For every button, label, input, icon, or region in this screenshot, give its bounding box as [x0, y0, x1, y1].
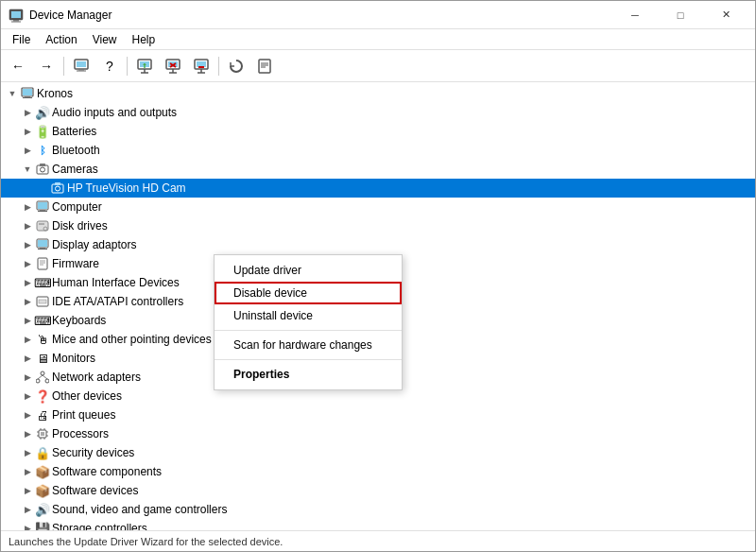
list-item[interactable]: ▶ 🔊 Audio inputs and outputs [1, 103, 755, 122]
expand-disk[interactable]: ▶ [20, 218, 35, 233]
expand-other[interactable]: ▶ [20, 388, 35, 404]
expand-sound[interactable]: ▶ [20, 502, 35, 517]
storage-icon: 💾 [35, 521, 50, 530]
svg-point-29 [56, 186, 60, 191]
svg-rect-27 [40, 164, 45, 166]
root-label: Kronos [37, 87, 73, 100]
toolbar-properties[interactable] [251, 54, 278, 78]
expand-security[interactable]: ▶ [20, 445, 35, 460]
tree-root[interactable]: ▼ Kronos [1, 84, 755, 103]
status-text: Launches the Update Driver Wizard for th… [9, 536, 283, 547]
list-item[interactable]: ▶ 🔒 Security devices [1, 443, 755, 462]
svg-rect-25 [37, 165, 48, 174]
list-item[interactable]: ▶ 📦 Software components [1, 462, 755, 481]
svg-rect-24 [23, 97, 32, 98]
toolbar-sep-2 [127, 57, 128, 76]
expand-mice[interactable]: ▶ [20, 332, 35, 347]
toolbar-update-driver[interactable] [131, 54, 158, 78]
expand-monitors[interactable]: ▶ [20, 351, 35, 366]
toolbar-sep-1 [63, 57, 64, 76]
list-item[interactable]: ▶ Display adaptors [1, 235, 755, 254]
expand-root[interactable]: ▼ [5, 86, 20, 101]
storage-label: Storage controllers [52, 522, 147, 530]
context-scan-changes[interactable]: Scan for hardware changes [215, 334, 402, 356]
print-label: Print queues [52, 408, 115, 422]
expand-proc[interactable]: ▶ [20, 426, 35, 441]
expand-hpcam [35, 181, 50, 196]
toolbar-uninstall[interactable] [188, 54, 215, 78]
maximize-button[interactable]: □ [659, 1, 702, 29]
swcomp-icon: 📦 [35, 464, 50, 479]
expand-display[interactable]: ▶ [20, 237, 35, 252]
svg-rect-30 [55, 182, 60, 185]
toolbar-scan[interactable] [223, 54, 249, 78]
toolbar-computer[interactable] [68, 54, 94, 78]
sound-icon: 🔊 [35, 502, 50, 517]
expand-batteries[interactable]: ▶ [20, 124, 35, 139]
list-item[interactable]: ▶ Computer [1, 198, 755, 216]
print-icon: 🖨 [35, 407, 50, 423]
expand-swdev[interactable]: ▶ [20, 483, 35, 498]
svg-rect-41 [38, 249, 47, 250]
ide-icon [35, 294, 50, 309]
list-item[interactable]: ▶ 🖨 Print queues [1, 405, 755, 424]
svg-point-50 [45, 379, 49, 383]
list-item[interactable]: HP TrueVision HD Cam [1, 179, 755, 198]
svg-rect-28 [52, 184, 63, 193]
disk-label: Disk drives [52, 219, 108, 233]
title-bar: Device Manager ─ □ ✕ [1, 1, 755, 29]
list-item[interactable]: ▶ 💾 Storage controllers [1, 519, 755, 530]
menu-file[interactable]: File [5, 31, 38, 48]
toolbar-sep-3 [218, 57, 219, 76]
menu-action[interactable]: Action [38, 31, 84, 48]
expand-audio[interactable]: ▶ [20, 105, 35, 120]
expand-bluetooth[interactable]: ▶ [20, 143, 35, 158]
list-item[interactable]: ▶ Processors [1, 424, 755, 443]
mice-icon: 🖱 [35, 332, 50, 347]
monitors-icon: 🖥 [35, 351, 50, 366]
expand-firmware[interactable]: ▶ [20, 256, 35, 271]
toolbar-help[interactable]: ? [96, 54, 123, 78]
firmware-icon [35, 256, 50, 271]
ide-label: IDE ATA/ATAPI controllers [52, 295, 183, 308]
toolbar-back[interactable]: ← [5, 54, 31, 78]
root-icon [20, 86, 35, 101]
svg-point-48 [41, 371, 44, 375]
disk-icon [35, 218, 50, 233]
menu-help[interactable]: Help [125, 31, 163, 48]
expand-computer[interactable]: ▶ [20, 199, 35, 215]
list-item[interactable]: ▶ ᛒ Bluetooth [1, 141, 755, 160]
list-item[interactable]: ▶ 📦 Software devices [1, 481, 755, 500]
context-uninstall-device[interactable]: Uninstall device [215, 304, 402, 327]
close-button[interactable]: ✕ [704, 1, 747, 29]
toolbar-disable[interactable] [160, 54, 186, 78]
cameras-icon [35, 162, 50, 177]
expand-network[interactable]: ▶ [20, 370, 35, 385]
svg-rect-23 [25, 96, 30, 97]
sound-label: Sound, video and game controllers [52, 503, 227, 516]
expand-storage[interactable]: ▶ [20, 521, 35, 530]
svg-line-51 [38, 375, 43, 379]
expand-ide[interactable]: ▶ [20, 294, 35, 309]
menu-view[interactable]: View [85, 31, 125, 48]
context-update-driver[interactable]: Update driver [215, 259, 402, 282]
expand-swcomp[interactable]: ▶ [20, 464, 35, 479]
list-item[interactable]: ▶ 🔋 Batteries [1, 122, 755, 141]
expand-print[interactable]: ▶ [20, 407, 35, 423]
network-label: Network adapters [52, 371, 141, 384]
toolbar-forward[interactable]: → [33, 54, 60, 78]
list-item[interactable]: ▶ Disk drives [1, 216, 755, 235]
context-properties[interactable]: Properties [215, 363, 402, 386]
list-item[interactable]: ▶ 🔊 Sound, video and game controllers [1, 500, 755, 519]
expand-cameras[interactable]: ▼ [20, 162, 35, 177]
menu-bar: File Action View Help [1, 29, 755, 50]
list-item[interactable]: ▼ Cameras [1, 160, 755, 179]
keyboards-icon: ⌨ [35, 313, 50, 328]
computer-label: Computer [52, 200, 102, 214]
context-disable-device[interactable]: Disable device [215, 282, 402, 304]
minimize-button[interactable]: ─ [613, 1, 657, 29]
svg-rect-40 [40, 248, 45, 249]
device-tree[interactable]: ▼ Kronos ▶ 🔊 Audio inputs and outputs ▶ … [1, 82, 755, 530]
audio-icon: 🔊 [35, 105, 50, 120]
svg-point-26 [41, 167, 45, 172]
